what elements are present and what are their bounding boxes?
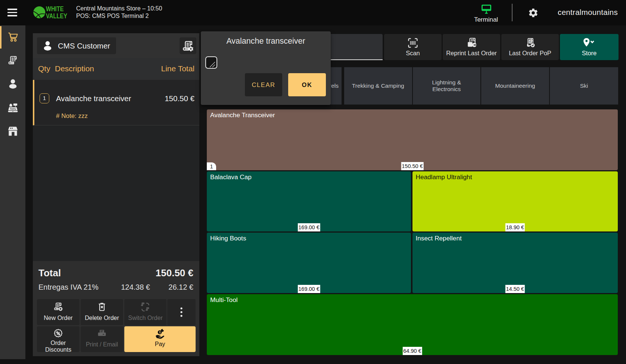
- svg-text:$: $: [529, 39, 532, 43]
